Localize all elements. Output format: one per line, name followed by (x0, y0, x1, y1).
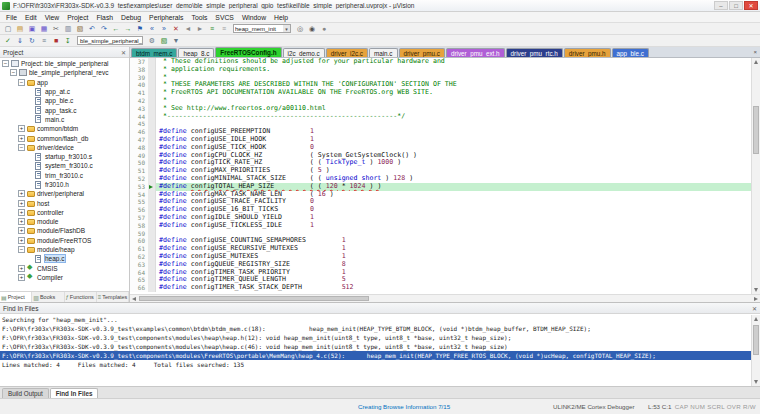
expand-icon[interactable]: + (18, 125, 25, 132)
editor-tab-driver_pmu.h[interactable]: driver_pmu.h (564, 48, 611, 57)
breakpoint-margin[interactable] (148, 113, 156, 121)
tree-item[interactable]: main.c (0, 115, 129, 124)
project-panel-close-icon[interactable]: ✕ (121, 49, 126, 56)
code-view[interactable]: 37 * These definitions should be adjuste… (130, 58, 751, 294)
breakpoint-margin[interactable] (148, 214, 156, 222)
menu-window[interactable]: Window (238, 14, 270, 21)
breakpoint-margin[interactable] (148, 159, 156, 167)
expand-icon[interactable]: − (18, 144, 25, 151)
code-line[interactable]: 43 * See http://www.freertos.org/a00110.… (130, 105, 751, 113)
find-scroll-down-icon[interactable] (754, 380, 758, 384)
tree-item[interactable]: trim_fr3010.c (0, 171, 129, 180)
output-tab-find-in-files[interactable]: Find In Files (50, 388, 99, 398)
code-line[interactable]: 50#define configTICK_RATE_HZ ( ( TickTyp… (130, 159, 751, 167)
code-line[interactable]: 57#define configIDLE_SHOULD_YIELD 1 (130, 214, 751, 222)
expand-icon[interactable]: − (18, 246, 25, 253)
incremental-find-icon[interactable]: ● (319, 24, 330, 34)
breakpoint-margin[interactable] (148, 66, 156, 74)
code-line[interactable]: 64#define configTIMER_TASK_PRIORITY 1 (130, 269, 751, 277)
expand-icon[interactable]: − (10, 69, 17, 76)
editor-tab-FreeRTOSConfig.h[interactable]: FreeRTOSConfig.h (215, 47, 281, 57)
code-line[interactable]: 56#define configUSE_16_BIT_TICKS 0 (130, 206, 751, 214)
tree-item[interactable]: heap.c (0, 254, 129, 263)
breakpoint-margin[interactable] (148, 237, 156, 245)
code-line[interactable]: 62#define configUSE_MUTEXES 1 (130, 253, 751, 261)
breakpoint-margin[interactable] (148, 128, 156, 136)
menu-svcs[interactable]: SVCS (211, 14, 238, 21)
build-icon[interactable]: ⇓ (15, 36, 26, 46)
translate-icon[interactable]: ✓ (3, 36, 14, 46)
tree-item[interactable]: −module/heap (0, 245, 129, 254)
expand-icon[interactable]: + (18, 209, 25, 216)
breakpoint-margin[interactable] (148, 269, 156, 277)
maximize-button[interactable]: □ (729, 1, 743, 10)
horizontal-scroll-thumb[interactable] (139, 296, 369, 301)
current-line-marker-icon[interactable] (148, 183, 156, 191)
menu-edit[interactable]: Edit (21, 14, 41, 21)
tree-item[interactable]: −ble_simple_peripheral_revc (0, 68, 129, 77)
find-result-row[interactable]: Searching for "heap_mem_init"... (0, 315, 760, 324)
tree-item[interactable]: −driver/device (0, 143, 129, 152)
menu-peripherals[interactable]: Peripherals (145, 14, 187, 21)
rebuild-icon[interactable]: ↻ (27, 36, 38, 46)
output-tab-build-output[interactable]: Build Output (2, 388, 49, 398)
code-line[interactable]: 47#define configUSE_IDLE_HOOK 1 (130, 136, 751, 144)
code-line[interactable]: 61#define configUSE_RECURSIVE_MUTEXES 1 (130, 245, 751, 253)
target-select[interactable]: ble_simple_peripheral_revc ▾ (77, 36, 143, 45)
editor-tab-main.c[interactable]: main.c (369, 48, 398, 57)
find-panel-close-icon[interactable]: ✕ (752, 305, 757, 312)
breakpoint-margin[interactable] (148, 97, 156, 105)
bookmark-icon[interactable]: ⚑ (135, 24, 146, 34)
code-line[interactable]: 59 (130, 230, 751, 238)
tree-item[interactable]: −app (0, 78, 129, 87)
code-line[interactable]: 42 * (130, 97, 751, 105)
find-scroll-thumb[interactable] (753, 325, 759, 355)
menu-view[interactable]: View (41, 14, 64, 21)
breakpoint-margin[interactable] (148, 261, 156, 269)
paste-icon[interactable]: ▧ (75, 24, 86, 34)
breakpoint-margin[interactable] (148, 253, 156, 261)
expand-icon[interactable]: − (2, 60, 9, 67)
find-result-row[interactable]: Lines matched: 4 Files matched: 4 Total … (0, 360, 760, 369)
tree-item[interactable]: startup_fr3010.s (0, 152, 129, 161)
tab-close-icon[interactable]: × (753, 49, 757, 55)
breakpoint-margin[interactable] (148, 58, 156, 66)
find-scroll-up-icon[interactable] (754, 317, 758, 321)
menu-file[interactable]: File (2, 14, 21, 21)
close-button[interactable]: ✕ (744, 1, 758, 10)
menu-flash[interactable]: Flash (92, 14, 117, 21)
download-icon[interactable]: ↧ (63, 36, 74, 46)
clear-bookmarks-icon[interactable]: ✕ (171, 24, 182, 34)
copy-icon[interactable]: ▥ (63, 24, 74, 34)
breakpoint-margin[interactable] (148, 167, 156, 175)
code-line[interactable]: 52#define configMINIMAL_STACK_SIZE ( ( u… (130, 175, 751, 183)
indent-left-icon[interactable]: ◄ (183, 24, 194, 34)
expand-icon[interactable]: + (18, 190, 25, 197)
expand-icon[interactable]: + (18, 218, 25, 225)
new-file-icon[interactable]: ▢ (3, 24, 14, 34)
breakpoint-margin[interactable] (148, 230, 156, 238)
tree-item[interactable]: app_at.c (0, 87, 129, 96)
editor-horizontal-scrollbar[interactable] (130, 294, 760, 302)
minimize-button[interactable]: – (714, 1, 728, 10)
tree-item[interactable]: app_ble.c (0, 96, 129, 105)
breakpoint-margin[interactable] (148, 144, 156, 152)
menu-project[interactable]: Project (63, 14, 92, 21)
editor-tab-heap_8.c[interactable]: heap_8.c (178, 48, 214, 57)
next-bookmark-icon[interactable]: » (159, 24, 170, 34)
breakpoint-margin[interactable] (148, 175, 156, 183)
expand-icon[interactable]: − (18, 79, 25, 86)
breakpoint-margin[interactable] (148, 284, 156, 292)
code-line[interactable]: 41 * FreeRTOS API DOCUMENTATION AVAILABL… (130, 89, 751, 97)
breakpoint-margin[interactable] (148, 276, 156, 284)
editor-tab-driver_i2c.c[interactable]: driver_i2c.c (326, 48, 368, 57)
scroll-left-icon[interactable] (132, 297, 136, 301)
find-result-row[interactable]: F:\OFR\fr303x\FR303x-SDK-v0.3.9_test\com… (0, 342, 760, 351)
editor-tab-btdm_mem.c[interactable]: btdm_mem.c (131, 48, 177, 57)
breakpoint-margin[interactable] (148, 198, 156, 206)
batch-build-icon[interactable]: ≡ (39, 36, 50, 46)
books-tab[interactable]: ▥Books (32, 292, 64, 302)
code-line[interactable]: 54#define configMAX_TASK_NAME_LEN ( 16 ) (130, 191, 751, 199)
breakpoint-margin[interactable] (148, 105, 156, 113)
templates-tab[interactable]: ≡Templates (97, 292, 129, 302)
